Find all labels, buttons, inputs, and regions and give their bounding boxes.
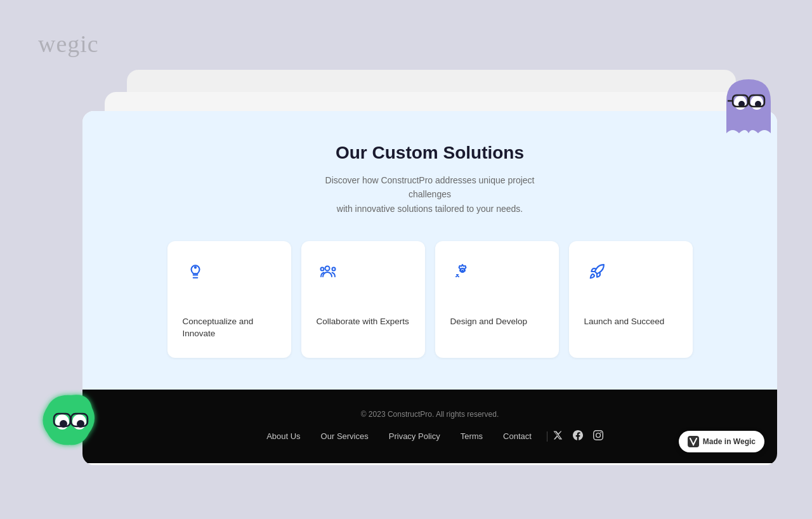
footer-copyright: © 2023 ConstructPro. All rights reserved… xyxy=(121,410,739,419)
rocket-icon xyxy=(584,259,610,284)
svg-text:wegic: wegic xyxy=(38,30,99,57)
card-label-design: Design and Develop xyxy=(450,316,544,328)
main-card: Our Custom Solutions Discover how Constr… xyxy=(82,111,777,465)
footer-link-privacy[interactable]: Privacy Policy xyxy=(379,431,450,441)
solutions-section: Our Custom Solutions Discover how Constr… xyxy=(82,111,777,390)
solution-card-design[interactable]: Design and Develop xyxy=(435,241,559,358)
footer-link-about[interactable]: About Us xyxy=(256,431,310,441)
svg-point-18 xyxy=(332,268,335,271)
blob-mascot xyxy=(35,389,108,462)
made-in-wegic-text: Made in Wegic xyxy=(703,437,756,446)
facebook-icon[interactable] xyxy=(573,430,583,443)
solution-card-collaborate[interactable]: Collaborate with Experts xyxy=(301,241,425,358)
footer-link-contact[interactable]: Contact xyxy=(493,431,542,441)
solutions-subtitle: Discover how ConstructPro addresses uniq… xyxy=(303,173,557,216)
svg-point-16 xyxy=(194,267,195,268)
footer-nav: About Us Our Services Privacy Policy Ter… xyxy=(121,430,739,443)
wegic-badge-icon xyxy=(688,436,699,447)
card-label-conceptualize: Conceptualize and Innovate xyxy=(183,316,276,340)
footer-link-terms[interactable]: Terms xyxy=(450,431,493,441)
solution-card-launch[interactable]: Launch and Succeed xyxy=(569,241,693,358)
bulb-icon xyxy=(183,259,208,284)
social-icons xyxy=(553,430,603,443)
solutions-title: Our Custom Solutions xyxy=(121,143,739,163)
svg-point-19 xyxy=(320,268,324,271)
solution-card-conceptualize[interactable]: Conceptualize and Innovate xyxy=(167,241,291,358)
users-icon xyxy=(317,259,342,284)
gear-code-icon xyxy=(450,259,476,284)
card-label-collaborate: Collaborate with Experts xyxy=(317,316,410,328)
solutions-cards-grid: Conceptualize and Innovate Collaborate w… xyxy=(121,241,739,358)
svg-point-17 xyxy=(325,266,329,271)
footer-link-services[interactable]: Our Services xyxy=(311,431,379,441)
made-in-wegic-badge[interactable]: Made in Wegic xyxy=(679,431,764,452)
ghost-mascot xyxy=(720,70,777,146)
card-label-launch: Launch and Succeed xyxy=(584,316,678,328)
wegic-logo: wegic xyxy=(35,25,111,66)
footer-divider xyxy=(547,431,547,442)
twitter-icon[interactable] xyxy=(553,430,563,443)
footer: © 2023 ConstructPro. All rights reserved… xyxy=(82,390,777,463)
instagram-icon[interactable] xyxy=(593,430,603,443)
